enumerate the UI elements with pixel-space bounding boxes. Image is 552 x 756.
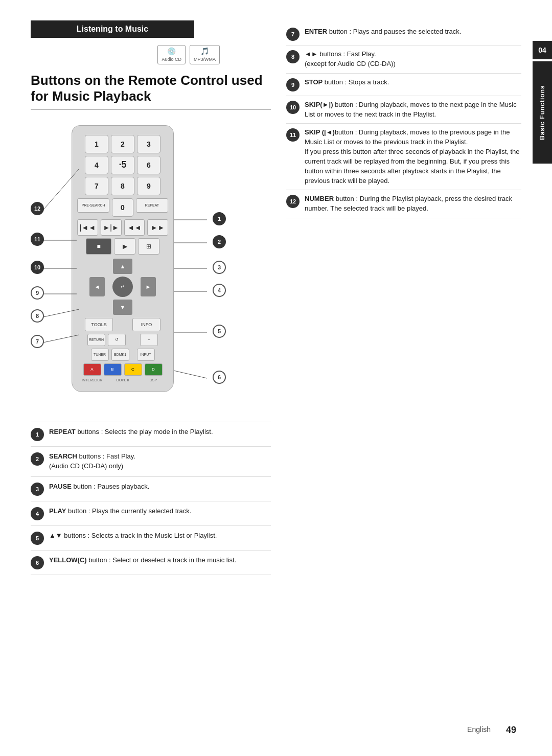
- input-btn[interactable]: INPUT: [137, 349, 155, 361]
- repeat-btn[interactable]: REPEAT: [136, 198, 168, 213]
- btn-c[interactable]: C: [124, 363, 142, 376]
- tuner-row: TUNER BDMK1 INPUT: [77, 349, 168, 361]
- desc-num-12: 12: [286, 195, 300, 208]
- bdmk1-btn[interactable]: BDMK1: [111, 349, 129, 361]
- bottom-text-1: REPEAT buttons : Selects the play mode i…: [49, 427, 213, 437]
- btn-2[interactable]: 2: [111, 135, 134, 153]
- btn-5[interactable]: ·5: [111, 156, 134, 174]
- callout-5: 5: [213, 325, 226, 338]
- return-row: RETURN ↺ +: [77, 334, 168, 346]
- bottom-num-6: 6: [31, 556, 44, 569]
- page-label: English: [467, 725, 491, 734]
- main-content: Listening to Music 💿 Audio CD 🎵 MP3/WMA …: [31, 20, 521, 406]
- btn-8[interactable]: 8: [111, 177, 134, 195]
- callout-1: 1: [213, 212, 226, 225]
- desc-text-9: STOP button : Stops a track.: [305, 78, 389, 87]
- tools-btn[interactable]: TOOLS: [85, 318, 113, 331]
- bottom-row-6: 6 YELLOW(C) button : Select or deselect …: [31, 551, 271, 575]
- right-column: 7 ENTER button : Plays and pauses the se…: [286, 20, 521, 406]
- stop-btn[interactable]: ■: [86, 238, 111, 255]
- desc-num-7: 7: [286, 28, 300, 41]
- bottom-row-2: 2 SEARCH buttons : Fast Play.(Audio CD (…: [31, 447, 271, 477]
- nav-up-btn[interactable]: ▲: [113, 259, 132, 274]
- page-container: 04 Basic Functions Listening to Music 💿 …: [0, 0, 552, 756]
- bottom-row-3: 3 PAUSE button : Pauses playback.: [31, 477, 271, 501]
- rew-btn[interactable]: ◄◄: [124, 219, 145, 236]
- pre-search-btn[interactable]: PRE-SEARCH: [77, 198, 109, 213]
- pause-btn[interactable]: ⊞: [138, 238, 159, 255]
- side-tab-label: Basic Functions: [533, 61, 552, 164]
- desc-text-7: ENTER button : Plays and pauses the sele…: [305, 27, 461, 37]
- nav-cross: ▲ ◄ ↵ ► ▼: [89, 259, 156, 315]
- bottom-left: 1 REPEAT buttons : Selects the play mode…: [31, 422, 271, 575]
- desc-text-11: SKIP (|◄)button : During playback, moves…: [305, 128, 521, 186]
- label-row: INTERLOCK DOPL II DSP: [77, 378, 168, 382]
- skip-back-btn[interactable]: |◄◄: [77, 219, 98, 236]
- bottom-right: [286, 422, 521, 575]
- callout-4: 4: [213, 284, 226, 297]
- return-btn[interactable]: RETURN: [87, 334, 105, 346]
- play-btn[interactable]: ▶: [114, 238, 135, 255]
- remote-diagram: 1 2 3 4 ·5 6 7 8: [31, 120, 271, 406]
- btn-d[interactable]: D: [145, 363, 163, 376]
- nav-right-btn[interactable]: ►: [141, 277, 156, 296]
- desc-row-12: 12 NUMBER button : During the Playlist p…: [286, 190, 521, 218]
- callout-8: 8: [31, 309, 44, 323]
- btn-0[interactable]: 0: [112, 198, 133, 217]
- tools-row: TOOLS INFO: [77, 318, 168, 331]
- callout-9: 9: [31, 286, 44, 300]
- btn-6[interactable]: 6: [137, 156, 160, 174]
- desc-num-8: 8: [286, 50, 300, 63]
- callout-6: 6: [213, 371, 226, 384]
- ff-btn[interactable]: ►►: [147, 219, 168, 236]
- nav-enter-btn[interactable]: ↵: [112, 277, 133, 297]
- btn-a[interactable]: A: [83, 363, 101, 376]
- desc-row-9: 9 STOP button : Stops a track.: [286, 74, 521, 96]
- icons-row: 💿 Audio CD 🎵 MP3/WMA: [32, 45, 271, 64]
- skip-fwd-btn[interactable]: ►|►: [101, 219, 122, 236]
- info-btn[interactable]: INFO: [132, 318, 160, 331]
- btn-3[interactable]: 3: [137, 135, 160, 153]
- btn-9[interactable]: 9: [137, 177, 160, 195]
- callout-10: 10: [31, 261, 44, 274]
- desc-row-10: 10 SKIP(►|) button : During playback, mo…: [286, 96, 521, 124]
- bottom-num-4: 4: [31, 507, 44, 520]
- callout-3: 3: [213, 261, 226, 274]
- repeat2-btn[interactable]: ↺: [108, 334, 126, 346]
- bottom-text-4: PLAY button : Plays the currently select…: [49, 507, 191, 516]
- desc-text-8: ◄► buttons : Fast Play.(except for Audio…: [305, 50, 396, 69]
- bottom-num-1: 1: [31, 428, 44, 441]
- remote-body-wrapper: 1 2 3 4 ·5 6 7 8: [72, 125, 179, 392]
- nav-left-btn[interactable]: ◄: [89, 277, 105, 296]
- bottom-text-5: ▲▼ buttons : Selects a track in the Musi…: [49, 531, 217, 541]
- bottom-row-1: 1 REPEAT buttons : Selects the play mode…: [31, 422, 271, 447]
- color-buttons-row: A B C D: [77, 363, 168, 376]
- numpad-area: 1 2 3 4 ·5 6 7 8: [80, 135, 166, 198]
- btn-7[interactable]: 7: [85, 177, 108, 195]
- desc-row-11: 11 SKIP (|◄)button : During playback, mo…: [286, 124, 521, 190]
- section-title: Buttons on the Remote Control used for M…: [31, 73, 271, 110]
- desc-num-11: 11: [286, 128, 300, 142]
- audio-cd-badge: 💿 Audio CD: [157, 45, 186, 64]
- left-column: Listening to Music 💿 Audio CD 🎵 MP3/WMA …: [31, 20, 271, 406]
- callout-2: 2: [213, 235, 226, 248]
- plus-btn[interactable]: +: [140, 334, 158, 346]
- desc-num-9: 9: [286, 78, 300, 91]
- right-desc-table: 7 ENTER button : Plays and pauses the se…: [286, 23, 521, 218]
- btn-4[interactable]: 4: [85, 156, 108, 174]
- nav-down-btn[interactable]: ▼: [113, 300, 132, 315]
- callout-11: 11: [31, 233, 44, 246]
- dopl-label: DOPL II: [109, 378, 137, 382]
- btn-1[interactable]: 1: [85, 135, 108, 153]
- side-tab-number: 04: [533, 41, 552, 59]
- listening-header: Listening to Music: [31, 20, 194, 38]
- btn-b[interactable]: B: [104, 363, 122, 376]
- bottom-descriptions: 1 REPEAT buttons : Selects the play mode…: [31, 422, 521, 575]
- playback-row: ■ ▶ ⊞: [77, 238, 168, 255]
- dsp-label: DSP: [140, 378, 168, 382]
- desc-row-8: 8 ◄► buttons : Fast Play.(except for Aud…: [286, 45, 521, 74]
- tuner-btn[interactable]: TUNER: [91, 349, 109, 361]
- special-row: PRE-SEARCH 0 REPEAT: [77, 198, 168, 217]
- callout-12: 12: [31, 202, 44, 215]
- callout-7: 7: [31, 335, 44, 348]
